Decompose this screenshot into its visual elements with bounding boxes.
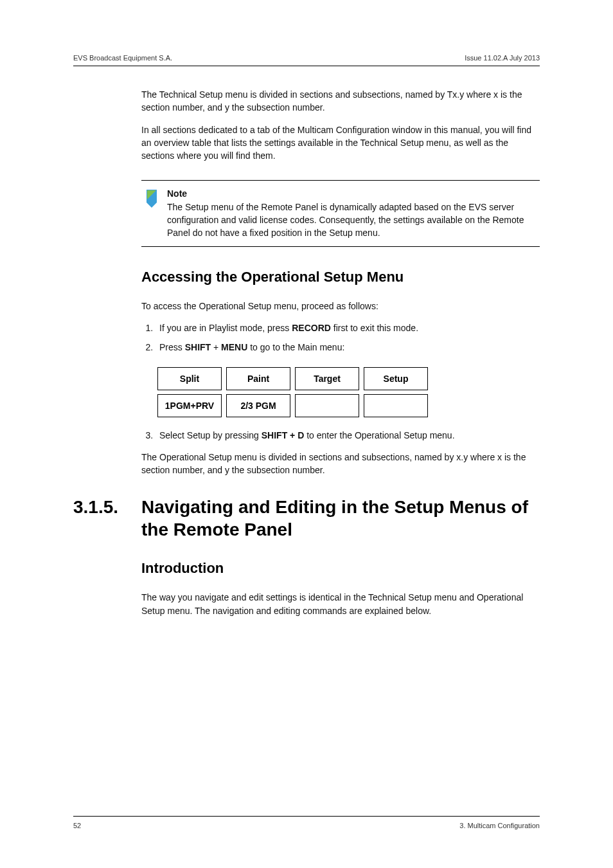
main-menu-table: Split Paint Target Setup 1PGM+PRV 2/3 PG… xyxy=(153,363,432,421)
note-tag-icon xyxy=(141,187,167,212)
step-1: If you are in Playlist mode, press RECOR… xyxy=(155,321,540,334)
paragraph-all-sections: In all sections dedicated to a tab of th… xyxy=(141,123,540,163)
heading-introduction: Introduction xyxy=(141,560,540,577)
menu-target: Target xyxy=(295,367,359,390)
menu-empty-1 xyxy=(295,394,359,417)
paragraph-access-intro: To access the Operational Setup menu, pr… xyxy=(141,300,540,312)
footer-chapter: 3. Multicam Configuration xyxy=(459,822,540,829)
content-area: The Technical Setup menu is divided in s… xyxy=(73,88,540,476)
header-right: Issue 11.02.A July 2013 xyxy=(465,54,540,62)
section-number: 3.1.5. xyxy=(73,496,141,518)
section-heading-row: 3.1.5. Navigating and Editing in the Set… xyxy=(73,496,540,541)
header-left: EVS Broadcast Equipment S.A. xyxy=(73,54,172,62)
note-body: The Setup menu of the Remote Panel is dy… xyxy=(167,202,524,239)
menu-setup: Setup xyxy=(364,367,428,390)
page-header: EVS Broadcast Equipment S.A. Issue 11.02… xyxy=(73,54,540,66)
paragraph-tech-setup: The Technical Setup menu is divided in s… xyxy=(141,88,540,114)
menu-paint: Paint xyxy=(226,367,290,390)
step-2: Press SHIFT + MENU to go to the Main men… xyxy=(155,341,540,354)
paragraph-introduction: The way you navigate and edit settings i… xyxy=(141,591,540,617)
steps-list-continued: Select Setup by pressing SHIFT + D to en… xyxy=(141,429,540,442)
steps-list: If you are in Playlist mode, press RECOR… xyxy=(141,321,540,354)
menu-23pgm: 2/3 PGM xyxy=(226,394,290,417)
step-3: Select Setup by pressing SHIFT + D to en… xyxy=(155,429,540,442)
paragraph-op-setup: The Operational Setup menu is divided in… xyxy=(141,451,540,477)
note-text: Note The Setup menu of the Remote Panel … xyxy=(167,187,540,239)
heading-accessing: Accessing the Operational Setup Menu xyxy=(141,269,540,285)
menu-empty-2 xyxy=(364,394,428,417)
page: EVS Broadcast Equipment S.A. Issue 11.02… xyxy=(0,0,613,868)
content-area-2: Introduction The way you navigate and ed… xyxy=(73,560,540,617)
note-title: Note xyxy=(167,187,540,200)
note-block: Note The Setup menu of the Remote Panel … xyxy=(141,180,540,246)
page-footer: 52 3. Multicam Configuration xyxy=(73,816,540,829)
footer-page-number: 52 xyxy=(73,822,81,829)
section-title: Navigating and Editing in the Setup Menu… xyxy=(141,496,540,541)
menu-1pgm-prv: 1PGM+PRV xyxy=(157,394,222,417)
menu-split: Split xyxy=(157,367,222,390)
